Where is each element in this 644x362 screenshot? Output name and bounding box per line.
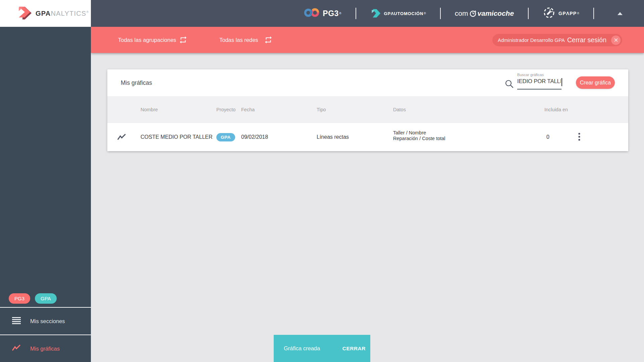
comvamicoche-prefix: com [455, 9, 468, 17]
topbar: PG3 ® GPΛUTOMOCIÓN ® com [0, 0, 644, 27]
search-input[interactable] [517, 78, 561, 84]
brand-logo[interactable]: GPANALYTICS® [0, 0, 91, 27]
cell-nombre: COSTE MEDIO POR TALLER [141, 123, 213, 151]
cell-datos: Taller / Nombre Reparación / Coste total [393, 130, 445, 141]
sidebar-item-mis-graficas[interactable]: Mis gráficas [0, 335, 91, 362]
brand-wordmark: GPANALYTICS® [36, 10, 89, 17]
line-chart-icon [117, 133, 126, 142]
column-header-tipo: Tipo [317, 96, 326, 123]
brand-reg: ® [86, 10, 89, 14]
pg3-label: PG3 [323, 9, 339, 18]
column-header-nombre: Nombre [141, 96, 158, 123]
brand-bold: GPA [36, 10, 51, 17]
gpautomocion-arrow-icon [370, 7, 381, 19]
filter-bar: Todas las agrupaciones Todas las redes A… [91, 27, 644, 53]
sidebar-item-label: Mis secciones [30, 318, 65, 324]
project-badge-label: GPA [221, 135, 231, 140]
sidebar: PG3 GPA Mis secciones [0, 27, 91, 362]
graphics-card: Mis gráficas Buscar gráficas Crear gráfi… [107, 69, 628, 151]
column-header-incluida: Incluida en [544, 96, 568, 123]
comvamicoche-suffix: vamicoche [478, 9, 514, 17]
cell-fecha: 09/02/2018 [241, 123, 268, 151]
create-chart-button[interactable]: Crear gráfica [576, 76, 615, 89]
user-name: Administrador Desarrollo GPA [498, 37, 565, 43]
table-row[interactable]: COSTE MEDIO POR TALLER GPA 09/02/2018 Lí… [107, 123, 628, 151]
networks-swap-icon[interactable] [264, 36, 273, 44]
comvamicoche-logo[interactable]: com vamicoche [455, 9, 514, 17]
networks-filter[interactable]: Todas las redes [219, 27, 258, 53]
gpanalytics-arrow-icon [16, 5, 32, 22]
datos-line-1: Taller / Nombre [393, 130, 426, 135]
snackbar: Gráfica creada CERRAR [274, 335, 370, 362]
gpapp-logo[interactable]: GPΛPP ® [543, 6, 579, 20]
app-screen: PG3 ® GPΛUTOMOCIÓN ® com [0, 0, 644, 362]
text-cursor [561, 78, 562, 86]
topbar-divider [593, 8, 594, 19]
badge-gpa[interactable]: GPA [35, 293, 57, 304]
cell-tipo: Líneas rectas [317, 123, 349, 151]
topbar-divider [528, 8, 529, 19]
pg3-infinity-icon [304, 7, 319, 19]
page-title: Mis gráficas [121, 69, 152, 96]
gpautomocion-logo[interactable]: GPΛUTOMOCIÓN ® [370, 7, 426, 19]
badge-gpa-label: GPA [41, 296, 51, 301]
card-header: Mis gráficas Buscar gráficas Crear gráfi… [107, 69, 628, 96]
pg3-reg: ® [339, 12, 341, 15]
project-badge: GPA [216, 133, 235, 141]
logout-close-icon[interactable] [611, 36, 621, 45]
gpapp-reg: ® [577, 12, 579, 15]
snackbar-message: Gráfica creada [284, 345, 320, 352]
networks-filter-label: Todas las redes [219, 37, 258, 43]
groupings-filter[interactable]: Todas las agrupaciones [118, 27, 176, 53]
row-menu-kebab-icon[interactable] [575, 132, 584, 142]
collapse-caret-button[interactable] [618, 12, 623, 15]
line-chart-icon [12, 345, 21, 353]
table-header: Nombre Proyecto Fecha Tipo Datos Incluid… [107, 96, 628, 123]
column-header-datos: Datos [393, 96, 406, 123]
logout-button[interactable]: Cerrar sesión [567, 36, 606, 44]
search-icon[interactable] [505, 79, 514, 89]
sidebar-item-mis-secciones[interactable]: Mis secciones [0, 308, 91, 335]
groupings-swap-icon[interactable] [179, 36, 187, 44]
snackbar-close-button[interactable]: CERRAR [342, 346, 366, 352]
gpapp-label: GPΛPP [558, 11, 577, 16]
clock-icon [469, 9, 477, 17]
column-header-fecha: Fecha [241, 96, 255, 123]
search-field: Buscar gráficas [517, 73, 561, 89]
gpautomocion-label: GPΛUTOMOCIÓN [384, 11, 424, 16]
sidebar-badges: PG3 GPA [9, 293, 57, 304]
groupings-filter-label: Todas las agrupaciones [118, 37, 176, 43]
topbar-divider [440, 8, 441, 19]
badge-pg3[interactable]: PG3 [9, 293, 30, 304]
gpautomocion-reg: ® [424, 12, 426, 15]
sidebar-item-label: Mis gráficas [30, 346, 60, 352]
pg3-logo[interactable]: PG3 ® [304, 7, 341, 19]
topbar-divider [356, 8, 356, 19]
search-field-label: Buscar gráficas [517, 73, 561, 77]
datos-line-2: Reparación / Coste total [393, 136, 445, 141]
gpapp-wrench-icon [543, 6, 555, 20]
cell-incluida-en: 0 [544, 123, 549, 151]
topbar-logos: PG3 ® GPΛUTOMOCIÓN ® com [304, 0, 623, 27]
badge-pg3-label: PG3 [14, 296, 24, 301]
brand-light: NALYTICS [51, 10, 86, 17]
column-header-proyecto: Proyecto [216, 96, 235, 123]
user-session-pill: Administrador Desarrollo GPA Cerrar sesi… [492, 34, 622, 46]
menu-icon [12, 317, 21, 325]
